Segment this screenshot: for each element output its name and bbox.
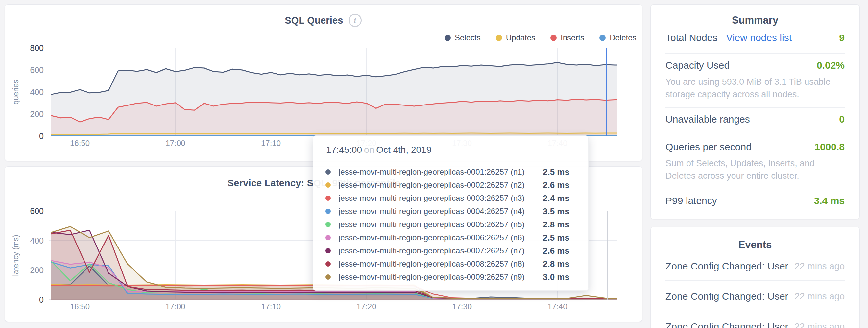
- node-latency-value: 2.4 ms: [543, 193, 576, 203]
- svg-text:16:50: 16:50: [70, 139, 90, 147]
- node-latency-value: 2.5 ms: [543, 167, 576, 177]
- node-latency-value: 2.5 ms: [543, 233, 576, 243]
- svg-text:queries: queries: [11, 79, 20, 104]
- node-name: jesse-movr-multi-region-georeplicas-0005…: [339, 220, 543, 229]
- svg-text:17:40: 17:40: [548, 302, 567, 311]
- tooltip-on-word: on: [362, 144, 376, 155]
- svg-text:0: 0: [39, 131, 44, 141]
- node-color-dot: [326, 209, 331, 214]
- node-name: jesse-movr-multi-region-georeplicas-0001…: [339, 167, 543, 176]
- svg-text:200: 200: [30, 266, 44, 275]
- svg-text:400: 400: [30, 88, 44, 97]
- tooltip-row: jesse-movr-multi-region-georeplicas-0006…: [326, 231, 576, 244]
- node-color-dot: [326, 169, 331, 174]
- node-color-dot: [326, 183, 331, 188]
- svg-text:17:20: 17:20: [356, 302, 376, 311]
- tooltip-node-rows: jesse-movr-multi-region-georeplicas-0001…: [313, 161, 588, 284]
- svg-text:17:10: 17:10: [261, 302, 281, 311]
- node-color-dot: [326, 248, 331, 253]
- node-name: jesse-movr-multi-region-georeplicas-0003…: [339, 194, 543, 203]
- node-latency-value: 2.6 ms: [543, 246, 576, 256]
- tooltip-row: jesse-movr-multi-region-georeplicas-0002…: [326, 178, 576, 192]
- tooltip-row: jesse-movr-multi-region-georeplicas-0005…: [326, 218, 576, 231]
- tooltip-timestamp: 17:45:00onOct 4th, 2019: [313, 136, 588, 161]
- node-name: jesse-movr-multi-region-georeplicas-0008…: [339, 259, 543, 268]
- node-name: jesse-movr-multi-region-georeplicas-0009…: [339, 272, 543, 282]
- svg-text:16:50: 16:50: [70, 302, 90, 311]
- svg-text:0: 0: [39, 295, 44, 304]
- node-latency-value: 3.0 ms: [543, 272, 576, 282]
- node-color-dot: [326, 261, 331, 266]
- tooltip-row: jesse-movr-multi-region-georeplicas-0008…: [326, 257, 576, 270]
- svg-text:600: 600: [30, 65, 44, 75]
- tooltip-row: jesse-movr-multi-region-georeplicas-0007…: [326, 244, 576, 257]
- node-name: jesse-movr-multi-region-georeplicas-0002…: [339, 181, 543, 190]
- node-latency-value: 3.5 ms: [543, 206, 576, 217]
- tooltip-row: jesse-movr-multi-region-georeplicas-0004…: [326, 205, 576, 218]
- svg-text:600: 600: [30, 206, 44, 216]
- svg-text:17:30: 17:30: [452, 302, 472, 311]
- tooltip-date: Oct 4th, 2019: [376, 144, 431, 155]
- tooltip-row: jesse-movr-multi-region-georeplicas-0001…: [326, 165, 576, 178]
- svg-text:200: 200: [30, 109, 44, 119]
- node-color-dot: [326, 196, 331, 201]
- tooltip-time: 17:45:00: [326, 144, 362, 155]
- node-color-dot: [326, 235, 331, 240]
- svg-text:17:00: 17:00: [165, 302, 185, 311]
- node-latency-value: 2.6 ms: [543, 180, 576, 190]
- svg-text:400: 400: [30, 236, 44, 245]
- node-color-dot: [326, 274, 331, 280]
- node-name: jesse-movr-multi-region-georeplicas-0004…: [339, 207, 543, 216]
- svg-text:800: 800: [30, 43, 44, 53]
- node-latency-value: 2.8 ms: [543, 259, 576, 269]
- svg-text:17:10: 17:10: [261, 139, 281, 147]
- svg-text:17:00: 17:00: [165, 139, 185, 147]
- chart-hover-tooltip: 17:45:00onOct 4th, 2019 jesse-movr-multi…: [313, 135, 589, 291]
- tooltip-row: jesse-movr-multi-region-georeplicas-0003…: [326, 192, 576, 205]
- node-name: jesse-movr-multi-region-georeplicas-0007…: [339, 246, 543, 255]
- node-color-dot: [326, 222, 331, 227]
- node-name: jesse-movr-multi-region-georeplicas-0006…: [339, 233, 543, 242]
- svg-text:latency (ms): latency (ms): [11, 235, 20, 276]
- tooltip-row: jesse-movr-multi-region-georeplicas-0009…: [326, 270, 576, 284]
- node-latency-value: 2.8 ms: [543, 220, 576, 230]
